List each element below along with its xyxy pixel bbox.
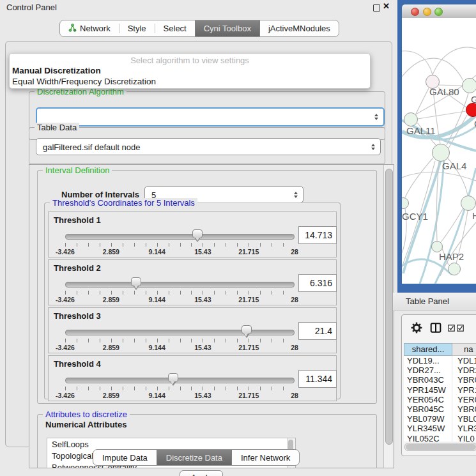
slider-track[interactable] bbox=[65, 378, 295, 383]
tab-impute-data[interactable]: Impute Data bbox=[93, 450, 157, 465]
cyni-bottom-tabs: Impute Data Discretize Data Infer Networ… bbox=[93, 449, 300, 466]
tick-label: 9.144 bbox=[148, 296, 165, 303]
tab-discretize-data[interactable]: Discretize Data bbox=[157, 450, 232, 465]
threshold-value-field[interactable]: 14.713 bbox=[298, 226, 337, 244]
threshold-label: Threshold 3 bbox=[54, 311, 101, 321]
scrollbar-thumb[interactable] bbox=[385, 169, 393, 445]
slider-thumb[interactable] bbox=[192, 229, 203, 238]
threshold-value-field[interactable]: 21.4 bbox=[298, 322, 337, 340]
checkbox-icon[interactable] bbox=[448, 324, 455, 334]
table-row[interactable]: YBR045C YBR0 bbox=[404, 404, 476, 414]
table-row[interactable]: YBL079W YBL0 bbox=[404, 414, 476, 424]
column-header-shared-name[interactable]: shared... bbox=[404, 343, 452, 356]
cell-name[interactable]: YBR0 bbox=[452, 404, 476, 414]
slider: -3.4262.8599.14415.4321.71528 bbox=[65, 325, 295, 353]
network-node[interactable] bbox=[404, 112, 418, 127]
split-columns-icon[interactable] bbox=[430, 322, 441, 335]
close-traffic-light[interactable] bbox=[411, 8, 419, 16]
cell-name[interactable]: YBR0 bbox=[452, 375, 476, 385]
tab-jactivemnodules[interactable]: jActiveMNodules bbox=[260, 20, 339, 36]
threshold-value-field[interactable]: 6.316 bbox=[298, 274, 337, 292]
threshold-label: Threshold 1 bbox=[54, 215, 101, 225]
column-header-name[interactable]: na bbox=[452, 343, 476, 356]
float-window-icon[interactable] bbox=[373, 4, 380, 12]
gear-icon[interactable] bbox=[411, 322, 422, 335]
network-node[interactable] bbox=[432, 144, 450, 162]
slider-thumb[interactable] bbox=[131, 277, 141, 286]
apply-button[interactable]: Apply bbox=[180, 470, 223, 476]
minimize-traffic-light[interactable] bbox=[423, 8, 431, 16]
cell-shared-name[interactable]: YER054C bbox=[404, 395, 452, 404]
cell-shared-name[interactable]: YDL19... bbox=[404, 356, 452, 365]
table-row[interactable]: YER054C YER0 bbox=[404, 395, 476, 404]
tick-label: 2.859 bbox=[103, 392, 119, 399]
attribute-item[interactable]: SelfLoops bbox=[47, 438, 295, 450]
slider: -3.4262.8599.14415.4321.71528 bbox=[65, 277, 295, 305]
slider-thumb[interactable] bbox=[168, 373, 178, 382]
cell-name[interactable]: YER0 bbox=[452, 395, 476, 404]
network-node[interactable] bbox=[462, 78, 476, 93]
threshold-value-field[interactable]: 11.344 bbox=[298, 370, 337, 388]
cell-shared-name[interactable]: YDR27... bbox=[404, 365, 452, 375]
scrollbar-thumb[interactable] bbox=[406, 444, 476, 450]
slider-ticks bbox=[65, 243, 295, 247]
settings-scrollbar[interactable] bbox=[383, 165, 393, 468]
cell-shared-name[interactable]: YPR145W bbox=[404, 385, 452, 395]
cell-shared-name[interactable]: YLR345W bbox=[404, 424, 452, 433]
interval-definition-group: Interval Definition Number of Intervals … bbox=[37, 170, 377, 404]
table-row[interactable]: YBR043C YBR0 bbox=[404, 375, 476, 385]
cell-name[interactable]: YPR1 bbox=[452, 385, 476, 395]
slider-track[interactable] bbox=[65, 282, 295, 288]
threshold-row: Threshold 2 -3.4262.8599.14415.4321.7152… bbox=[48, 259, 337, 305]
tab-impute-label: Impute Data bbox=[102, 453, 148, 463]
network-node[interactable] bbox=[448, 263, 461, 275]
table-row[interactable]: YDL19... YDL1 bbox=[404, 356, 476, 365]
cell-shared-name[interactable]: YBR043C bbox=[404, 375, 452, 385]
cell-name[interactable]: YIL0 bbox=[452, 434, 475, 442]
slider-track[interactable] bbox=[65, 234, 295, 240]
network-node[interactable] bbox=[466, 103, 476, 117]
cell-shared-name[interactable]: YBL079W bbox=[404, 414, 452, 424]
network-window-titlebar[interactable] bbox=[402, 4, 476, 19]
tick-label: 21.715 bbox=[238, 248, 259, 256]
close-icon[interactable]: ✕ bbox=[383, 1, 390, 11]
table-data-value: galFiltered.sif default node bbox=[43, 142, 140, 151]
algorithm-option-equal-width[interactable]: Equal Width/Frequency Discretization bbox=[12, 77, 156, 86]
cell-shared-name[interactable]: YBR045C bbox=[404, 404, 452, 414]
table-hscrollbar[interactable] bbox=[404, 443, 476, 451]
numerical-attributes-label: Numerical Attributes bbox=[45, 420, 127, 429]
cell-name[interactable]: YDL1 bbox=[452, 356, 476, 365]
table-row[interactable]: YIL052C YIL0 bbox=[404, 434, 476, 442]
network-node-label: GAL80 bbox=[429, 86, 459, 97]
zoom-traffic-light[interactable] bbox=[434, 8, 443, 16]
cell-name[interactable]: YDR2 bbox=[452, 365, 476, 375]
algorithm-combobox[interactable] bbox=[36, 107, 385, 127]
table-panel-body: shared... na YDL19... YDL1 YDR27... YDR2… bbox=[401, 314, 476, 456]
slider-thumb[interactable] bbox=[242, 325, 252, 334]
table-data-combobox[interactable]: galFiltered.sif default node bbox=[36, 138, 381, 155]
tab-select[interactable]: Select bbox=[155, 20, 195, 36]
cell-shared-name[interactable]: YIL052C bbox=[404, 434, 452, 442]
table-panel-title: Table Panel bbox=[406, 296, 449, 306]
cell-name[interactable]: YLR3 bbox=[452, 424, 476, 433]
tick-label: 15.43 bbox=[194, 344, 211, 351]
table-row[interactable]: YLR345W YLR3 bbox=[404, 424, 476, 433]
tab-infer-network[interactable]: Infer Network bbox=[232, 450, 299, 465]
threshold-label: Threshold 2 bbox=[54, 263, 101, 273]
tick-label: -3.426 bbox=[56, 296, 75, 303]
table-row[interactable]: YDR27... YDR2 bbox=[404, 365, 476, 375]
threshold-label: Threshold 4 bbox=[54, 359, 101, 369]
tab-cyni-toolbox[interactable]: Cyni Toolbox bbox=[195, 20, 260, 36]
checkbox-icon[interactable] bbox=[457, 324, 464, 334]
algorithm-option-manual[interactable]: Manual Discretization bbox=[12, 66, 101, 75]
network-canvas[interactable]: GAL80GCGAL11GAL4GCY1HHAP2 bbox=[402, 18, 476, 284]
tab-style[interactable]: Style bbox=[119, 20, 155, 36]
tab-network[interactable]: Network bbox=[60, 20, 119, 36]
network-node[interactable] bbox=[461, 196, 476, 211]
slider-ticks bbox=[65, 291, 295, 295]
tick-label: -3.426 bbox=[56, 344, 75, 351]
table-row[interactable]: YPR145W YPR1 bbox=[404, 385, 476, 395]
cell-name[interactable]: YBL0 bbox=[452, 414, 476, 424]
slider-track[interactable] bbox=[65, 330, 295, 335]
control-panel-tabs: Network Style Select Cyni Toolbox jActiv… bbox=[59, 20, 339, 37]
